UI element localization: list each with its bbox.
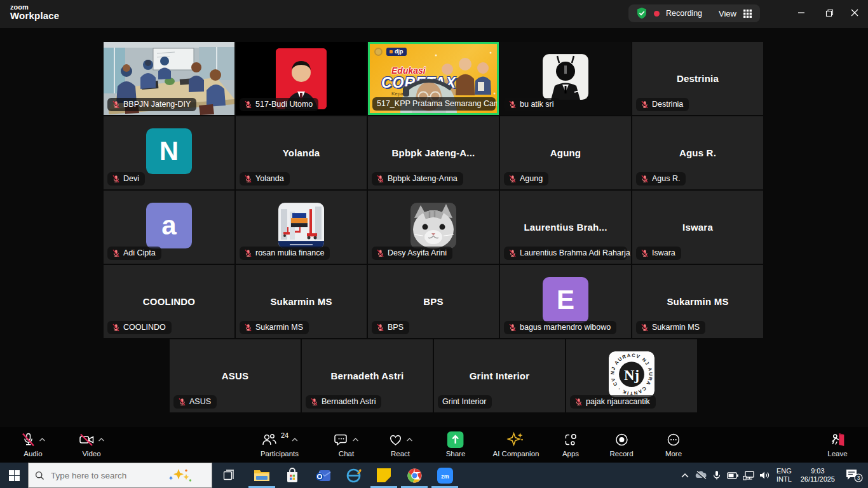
close-button[interactable] [843, 0, 867, 25]
grid-row-2: N Devi Yolanda Yolanda Bpbpk Jateng-A... [104, 116, 764, 189]
participant-tile-pajak[interactable]: Nj CV NJ AURA CANTIK · CV NJ AURA CANTIK… [566, 339, 697, 412]
participant-tile-bu-atik[interactable]: bu atik sri [500, 42, 631, 115]
share-screen-icon [447, 431, 464, 448]
taskbar-zoom[interactable]: zm [430, 463, 460, 488]
taskbar-store[interactable] [277, 463, 308, 488]
participant-tile-adi[interactable]: a Adi Cipta [104, 191, 234, 264]
participant-tile-yolanda[interactable]: Yolanda Yolanda [236, 116, 367, 189]
react-button[interactable]: React [388, 431, 413, 458]
video-options-chevron[interactable] [98, 438, 105, 442]
participant-tile-coolindo[interactable]: COOLINDO COOLINDO [104, 265, 234, 338]
chat-options-chevron[interactable] [353, 438, 359, 442]
participant-tile-sukarmin-2[interactable]: Sukarmin MS Sukarmin MS [632, 265, 763, 338]
network-icon[interactable] [741, 463, 757, 488]
participant-tile-bbpjn[interactable]: BBPJN Jateng-DIY [104, 42, 234, 115]
gallery-view-grid-icon[interactable] [743, 9, 752, 18]
tray-show-hidden-icons[interactable] [677, 463, 693, 488]
participant-name: Grint Interior [442, 397, 486, 406]
participant-tile-devi[interactable]: N Devi [104, 116, 234, 189]
mic-muted-icon [310, 398, 318, 406]
participant-name-center: Agung [500, 147, 631, 158]
start-button[interactable] [0, 463, 28, 488]
minimize-button[interactable] [789, 0, 813, 25]
leave-button[interactable]: Leave [827, 431, 847, 458]
mic-muted-icon [244, 100, 252, 109]
apps-button[interactable]: Apps [562, 431, 579, 458]
taskbar-internet-explorer[interactable] [338, 463, 369, 488]
participant-tile-iswara[interactable]: Iswara Iswara [632, 191, 763, 264]
participants-label: Participants [261, 450, 299, 458]
record-button[interactable]: Record [609, 431, 633, 458]
volume-icon[interactable] [757, 463, 773, 488]
clock-time: 9:03 [801, 467, 835, 475]
participant-nameplate: Yolanda [240, 172, 290, 186]
mic-muted-icon [508, 100, 517, 109]
participants-options-chevron[interactable] [292, 438, 298, 442]
mic-muted-icon [574, 398, 583, 406]
leave-label: Leave [827, 450, 847, 458]
file-explorer-icon [254, 468, 270, 482]
participant-tile-budi[interactable]: 517-Budi Utomo [236, 42, 367, 115]
mic-muted-icon [376, 323, 384, 332]
language-top: ENG [776, 467, 792, 475]
participant-tile-laurentius[interactable]: Laurentius Brah... Laurentius Brahma Adi… [500, 191, 631, 264]
chat-label: Chat [334, 450, 359, 458]
video-button[interactable]: Video [79, 431, 105, 458]
participant-tile-grint[interactable]: Grint Interior Grint Interior [434, 339, 565, 412]
language-indicator[interactable]: ENG INTL [776, 467, 792, 484]
task-view-button[interactable] [214, 463, 244, 488]
grid-row-1: BBPJN Jateng-DIY [104, 42, 764, 115]
camera-muted-icon [79, 432, 95, 447]
copilot-sparkle-icon[interactable] [168, 468, 193, 483]
participant-tile-sukarmin-1[interactable]: Sukarmin MS Sukarmin MS [236, 265, 367, 338]
avatar-warehouse-image [278, 203, 324, 248]
taskbar-clock[interactable]: 9:03 26/11/2025 [801, 467, 835, 484]
security-shield-icon[interactable] [636, 7, 648, 20]
participant-tile-agus[interactable]: Agus R. Agus R. [632, 116, 763, 189]
battery-icon[interactable] [725, 463, 741, 488]
onedrive-paused-icon[interactable] [693, 463, 709, 488]
ai-companion-button[interactable]: AI Companion [493, 431, 539, 458]
language-bottom: INTL [776, 475, 792, 484]
participant-tile-asus[interactable]: ASUS ASUS [170, 339, 301, 412]
participant-tile-agung[interactable]: Agung Agung [500, 116, 631, 189]
taskbar-chrome[interactable] [399, 463, 430, 488]
tray-microphone-icon[interactable] [709, 463, 725, 488]
view-button-label[interactable]: View [719, 9, 736, 18]
participant-tile-bps[interactable]: BPS BPS [368, 265, 499, 338]
participants-button[interactable]: 24 Participants [261, 431, 299, 458]
more-icon [666, 432, 681, 447]
more-button[interactable]: More [665, 431, 682, 458]
mic-muted-icon [641, 175, 649, 183]
participant-name: bagus marhendro wibowo [520, 323, 611, 332]
more-label: More [665, 450, 682, 458]
chat-icon [334, 432, 349, 447]
participant-tile-destrinia[interactable]: Destrinia Destrinia [632, 42, 763, 115]
taskbar-sticky-notes[interactable] [369, 463, 399, 488]
share-button[interactable]: Share [446, 431, 466, 458]
taskbar-search[interactable] [28, 463, 212, 488]
participant-name-center: Sukarmin MS [632, 295, 763, 306]
participant-nameplate: Desy Asyifa Arini [372, 247, 452, 260]
audio-button[interactable]: Audio [21, 431, 46, 458]
taskbar-file-explorer[interactable] [247, 463, 277, 488]
taskbar-outlook[interactable] [308, 463, 338, 488]
participant-tile-bagus[interactable]: E bagus marhendro wibowo [500, 265, 631, 338]
audio-options-chevron[interactable] [39, 438, 46, 442]
participant-tile-bpbpk[interactable]: Bpbpk Jateng-A... Bpbpk Jateng-Anna [368, 116, 499, 189]
participant-name: Laurentius Brahma Adi Raharja [520, 248, 630, 257]
search-icon [35, 471, 44, 480]
participant-nameplate: rosan mulia finance [240, 247, 330, 260]
restore-button[interactable] [817, 0, 841, 25]
participant-tile-bernadeth[interactable]: Bernadeth Astri Bernadeth Astri [302, 339, 433, 412]
notification-center-button[interactable]: 3 [840, 463, 868, 488]
participant-tile-desy[interactable]: Desy Asyifa Arini [368, 191, 499, 264]
participant-tile-rosan[interactable]: rosan mulia finance [236, 191, 367, 264]
participant-name: 517_KPP Pratama Semarang Can... [377, 99, 499, 108]
chat-button[interactable]: Chat [334, 431, 359, 458]
react-options-chevron[interactable] [407, 438, 413, 442]
search-input[interactable] [51, 471, 162, 480]
participant-tile-kpp-active-speaker[interactable]: djp [368, 42, 499, 115]
participant-name: BBPJN Jateng-DIY [123, 100, 191, 109]
avatar-helmet-image [543, 54, 588, 100]
